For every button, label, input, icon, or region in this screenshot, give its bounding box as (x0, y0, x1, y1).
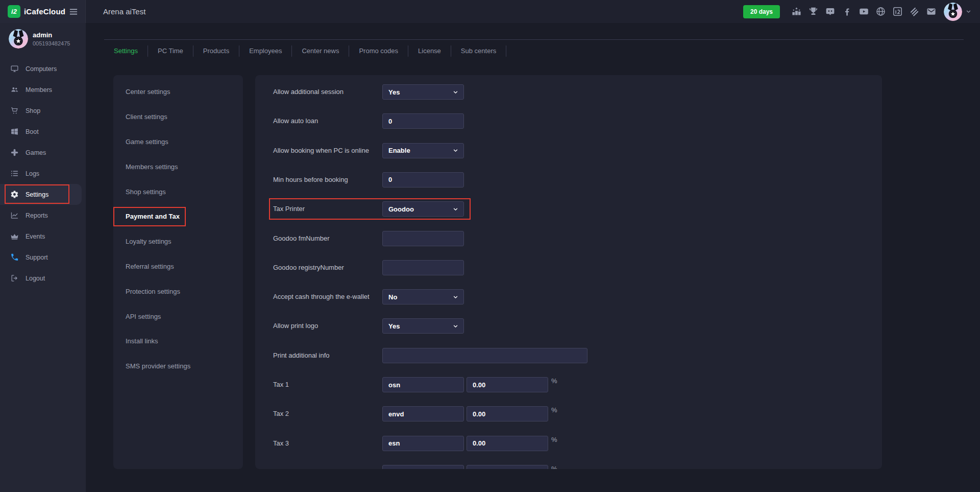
sidebar-item-games[interactable]: Games (0, 142, 86, 163)
chart-icon (10, 211, 19, 220)
form-row-min-hours-before-booking: Min hours before booking (273, 172, 872, 188)
app-logo[interactable]: i2 iCafeCloud (8, 5, 65, 18)
icafecloud-logo-icon: i2 (8, 5, 20, 18)
tab-license[interactable]: License (408, 45, 451, 57)
field-label: Tax Printer (273, 201, 305, 217)
chevron-down-icon (452, 147, 459, 154)
license-days-badge[interactable]: 20 days (743, 5, 780, 18)
tax-printer-select[interactable]: Goodoo (382, 201, 464, 217)
form-row-allow-booking-when-pc-is-online: Allow booking when PC is onlineEnable (273, 143, 872, 158)
percent-label: % (551, 435, 557, 445)
sidebar-user-block[interactable]: admin 005193482475 (0, 23, 86, 49)
sidebar-user-avatar (9, 29, 28, 49)
allow-print-logo-select[interactable]: Yes (382, 318, 464, 334)
sidebar-item-shop[interactable]: Shop (0, 100, 86, 121)
tab-products[interactable]: Products (193, 45, 239, 57)
sidebar-item-support[interactable]: Support (0, 247, 86, 268)
sidebar-item-label: Events (26, 233, 45, 240)
sidebar-item-label: Logs (26, 170, 39, 177)
globe-icon[interactable] (875, 6, 886, 17)
content-area: SettingsPC TimeProductsEmployeesCenter n… (86, 23, 980, 492)
field-label: Tax 3 (273, 436, 289, 451)
ranking-icon[interactable] (791, 6, 802, 17)
topbar-left-section: i2 iCafeCloud (0, 0, 86, 23)
sidebar-menu: ComputersMembersShopBootGamesLogsSetting… (0, 58, 86, 289)
settings-nav-members-settings[interactable]: Members settings (113, 154, 243, 179)
min-hours-before-booking-input[interactable] (382, 172, 464, 188)
tax-rate-input[interactable] (467, 465, 548, 469)
chevron-down-icon (452, 294, 459, 300)
select-value: Enable (388, 147, 410, 154)
tax-name-input[interactable] (382, 465, 464, 469)
chevron-down-icon[interactable] (965, 8, 972, 15)
icafecloud-icon[interactable] (892, 6, 903, 17)
form-row-allow-additional-session: Allow additional sessionYes (273, 84, 872, 100)
sidebar: admin 005193482475 ComputersMembersShopB… (0, 23, 86, 492)
settings-nav-shop-settings[interactable]: Shop settings (113, 179, 243, 204)
sidebar-item-label: Members (26, 86, 52, 93)
settings-nav-loyalty-settings[interactable]: Loyalty settings (113, 229, 243, 254)
form-row-accept-cash-through-the-e-wallet: Accept cash through the e-walletNo (273, 289, 872, 304)
goodoo-registrynumber-input[interactable] (382, 260, 464, 275)
sidebar-item-computers[interactable]: Computers (0, 58, 86, 79)
settings-nav-sms-provider-settings[interactable]: SMS provider settings (113, 354, 243, 379)
settings-nav-center-settings[interactable]: Center settings (113, 80, 243, 105)
tax-1-rate-input[interactable] (467, 377, 548, 392)
form-row-tax-2: Tax 2% (273, 406, 872, 421)
sidebar-item-reports[interactable]: Reports (0, 205, 86, 226)
sidebar-item-logout[interactable]: Logout (0, 268, 86, 289)
print-additional-info-input[interactable] (382, 348, 587, 363)
trophy-icon[interactable] (808, 6, 819, 17)
field-label: Print additional info (273, 348, 330, 363)
sidebar-item-label: Settings (26, 191, 48, 198)
allow-auto-loan-input[interactable] (382, 113, 464, 129)
settings-nav-game-settings[interactable]: Game settings (113, 129, 243, 154)
tab-employees[interactable]: Employees (239, 45, 292, 57)
layers-icon[interactable] (909, 6, 920, 17)
settings-nav-api-settings[interactable]: API settings (113, 304, 243, 329)
accept-cash-through-the-e-wallet-select[interactable]: No (382, 289, 464, 304)
tax-3-name-input[interactable] (382, 436, 464, 451)
discord-icon[interactable] (825, 6, 836, 17)
sidebar-item-logs[interactable]: Logs (0, 163, 86, 184)
sidebar-item-boot[interactable]: Boot (0, 121, 86, 142)
form-row-tax-1: Tax 1% (273, 377, 872, 392)
settings-nav-protection-settings[interactable]: Protection settings (113, 279, 243, 304)
field-label: Tax 2 (273, 406, 289, 421)
settings-nav-payment-and-tax[interactable]: Payment and Tax (113, 204, 243, 229)
form-row-goodoo-fmnumber: Goodoo fmNumber (273, 231, 872, 246)
goodoo-fmnumber-input[interactable] (382, 231, 464, 246)
phone-icon (10, 253, 19, 262)
sidebar-item-events[interactable]: Events (0, 226, 86, 247)
tax-3-rate-input[interactable] (467, 436, 548, 451)
sidebar-item-label: Computers (26, 65, 57, 73)
tab-sub-centers[interactable]: Sub centers (451, 45, 506, 57)
form-row-tax-3: Tax 3% (273, 436, 872, 451)
hamburger-icon[interactable] (68, 7, 79, 17)
tax-2-name-input[interactable] (382, 406, 464, 421)
sidebar-item-members[interactable]: Members (0, 79, 86, 100)
allow-booking-when-pc-is-online-select[interactable]: Enable (382, 143, 464, 158)
field-label: Allow additional session (273, 84, 344, 100)
youtube-icon[interactable] (859, 6, 869, 17)
tab-pc-time[interactable]: PC Time (148, 45, 193, 57)
tax-2-rate-input[interactable] (467, 406, 548, 421)
page-title: Arena aiTest (103, 7, 145, 16)
allow-additional-session-select[interactable]: Yes (382, 84, 464, 100)
icafecloud-app: i2 iCafeCloud Arena aiTest 20 days admin… (0, 0, 980, 492)
sidebar-item-settings[interactable]: Settings (0, 184, 82, 205)
settings-nav-install-links[interactable]: Install links (113, 329, 243, 354)
settings-nav-referral-settings[interactable]: Referral settings (113, 254, 243, 279)
select-value: Yes (388, 88, 400, 96)
tax-1-name-input[interactable] (382, 377, 464, 392)
tab-promo-codes[interactable]: Promo codes (349, 45, 408, 57)
tab-center-news[interactable]: Center news (292, 45, 349, 57)
settings-nav-client-settings[interactable]: Client settings (113, 104, 243, 129)
facebook-icon[interactable] (842, 6, 852, 17)
mail-icon[interactable] (926, 6, 937, 17)
tab-settings[interactable]: Settings (104, 45, 148, 57)
sidebar-item-label: Reports (26, 212, 48, 219)
user-avatar[interactable] (944, 3, 962, 21)
sidebar-item-label: Support (26, 254, 48, 261)
tab-bar: SettingsPC TimeProductsEmployeesCenter n… (104, 39, 964, 62)
